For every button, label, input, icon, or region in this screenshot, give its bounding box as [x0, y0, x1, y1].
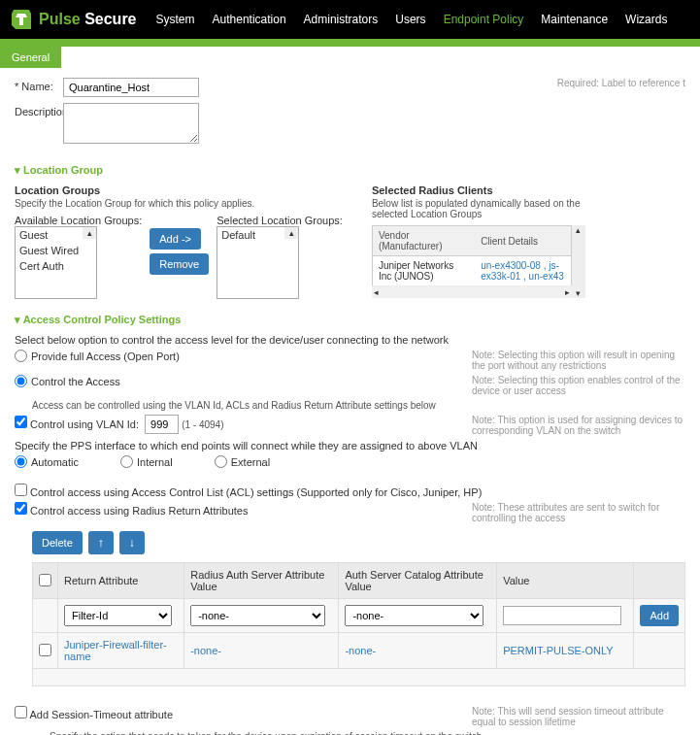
label-control-access: Control the Access — [31, 376, 120, 387]
move-down-button[interactable]: ↓ — [119, 531, 145, 554]
chk-row[interactable] — [39, 644, 51, 656]
note-vlan: Note: This option is used for assigning … — [472, 415, 685, 436]
scroll-up-icon[interactable]: ▴ — [83, 227, 96, 239]
th-client: Client Details — [475, 226, 571, 256]
select-catalog-val[interactable]: -none- — [345, 605, 483, 626]
location-groups-heading: Location Groups — [15, 184, 343, 196]
chk-select-all[interactable] — [39, 574, 51, 586]
label-iface-auto: Automatic — [31, 456, 79, 468]
section-access-control[interactable]: Access Control Policy Settings — [15, 314, 685, 326]
cell-value: PERMIT-PULSE-ONLY — [497, 633, 634, 669]
radio-iface-auto[interactable] — [15, 455, 27, 468]
add-attr-button[interactable]: Add — [640, 605, 679, 626]
scroll-down-icon[interactable]: ▾ — [572, 288, 585, 298]
label-radattr: Control access using Radius Return Attri… — [30, 505, 248, 517]
table-row — [33, 669, 685, 686]
scroll-left-icon[interactable]: ◂ — [374, 287, 379, 297]
vlan-input[interactable] — [145, 415, 179, 434]
name-input[interactable] — [63, 78, 199, 97]
logo: Pulse Secure — [10, 8, 137, 31]
note-session-timeout: Note: This will send session timeout att… — [472, 706, 685, 727]
nav-authentication[interactable]: Authentication — [213, 13, 286, 26]
available-groups-label: Available Location Groups: — [15, 215, 142, 226]
available-groups-list[interactable]: ▴ Guest Guest Wired Cert Auth — [15, 226, 97, 299]
pps-hint: Specify the PPS interface to which end p… — [15, 440, 685, 451]
radio-full-access[interactable] — [15, 350, 27, 362]
section-location-group[interactable]: Location Group — [15, 164, 685, 177]
radio-control-access[interactable] — [15, 375, 27, 387]
th-catalog-val: Auth Server Catalog Attribute Value — [339, 563, 497, 599]
radius-clients-heading: Selected Radius Clients — [372, 184, 585, 196]
select-radius-val[interactable]: -none- — [190, 605, 325, 626]
chk-vlan[interactable] — [15, 416, 27, 428]
nav-system[interactable]: System — [156, 13, 195, 26]
nav-wizards[interactable]: Wizards — [625, 13, 667, 26]
note-full-access: Note: Selecting this option will result … — [472, 350, 685, 371]
selected-groups-list[interactable]: ▴ Default — [217, 226, 299, 299]
label-full-access: Provide full Access (Open Port) — [31, 351, 180, 362]
description-input[interactable] — [63, 103, 199, 144]
radius-clients-hint: Below list is populated dynamically base… — [372, 198, 585, 219]
th-value: Value — [497, 563, 634, 599]
tab-general[interactable]: General — [0, 47, 61, 68]
scroll-right-icon[interactable]: ▸ — [565, 287, 570, 297]
cell-radius: -none- — [184, 633, 339, 669]
greenbar — [0, 39, 700, 47]
label-iface-internal: Internal — [137, 456, 173, 468]
location-groups-hint: Specify the Location Group for which thi… — [15, 198, 343, 209]
main-nav: System Authentication Administrators Use… — [156, 13, 668, 26]
description-label: Description: — [15, 103, 63, 117]
logo-secure: Secure — [84, 11, 136, 27]
radio-iface-external[interactable] — [215, 455, 227, 468]
list-item[interactable]: Guest Wired — [16, 243, 96, 258]
label-session-timeout: Add Session-Timeout attribute — [29, 709, 173, 720]
cell-catalog: -none- — [339, 633, 497, 669]
label-acl: Control access using Access Control List… — [30, 486, 482, 498]
topbar: Pulse Secure System Authentication Admin… — [0, 0, 700, 39]
chk-acl[interactable] — [15, 484, 27, 496]
selected-groups-label: Selected Location Groups: — [217, 215, 343, 226]
list-item[interactable]: Cert Auth — [16, 258, 96, 274]
delete-button[interactable]: Delete — [32, 531, 83, 554]
return-attr-table: Return Attribute Radius Auth Server Attr… — [32, 562, 685, 686]
scroll-up-icon[interactable]: ▴ — [572, 225, 585, 235]
table-row: Juniper-Firewall-filter-name -none- -non… — [33, 633, 685, 669]
th-return-attr: Return Attribute — [58, 563, 184, 599]
select-return-attr[interactable]: Filter-Id — [64, 605, 172, 626]
h-scrollbar[interactable]: ◂▸ — [372, 286, 572, 298]
scroll-up-icon[interactable]: ▴ — [284, 227, 298, 239]
note-control-access: Note: Selecting this option enables cont… — [472, 375, 685, 396]
th-radius-val: Radius Auth Server Attribute Value — [184, 563, 339, 599]
add-button[interactable]: Add -> — [150, 228, 201, 250]
table-row: Juniper Networks Inc (JUNOS) un-ex4300-0… — [372, 256, 571, 286]
nav-users[interactable]: Users — [395, 13, 425, 26]
nav-maintenance[interactable]: Maintenance — [541, 13, 608, 26]
vlan-range: (1 - 4094) — [182, 419, 223, 430]
remove-button[interactable]: Remove — [150, 253, 209, 275]
nav-administrators[interactable]: Administrators — [304, 13, 379, 26]
required-note: Required: Label to reference t — [557, 78, 685, 88]
name-label: * Name: — [15, 78, 63, 92]
logo-icon — [10, 8, 33, 31]
note-radattr: Note: These attributes are sent to switc… — [472, 502, 685, 523]
label-iface-external: External — [231, 456, 270, 468]
chk-session-timeout[interactable] — [15, 706, 27, 718]
nav-endpoint-policy[interactable]: Endpoint Policy — [444, 13, 524, 26]
control-hint: Access can be controlled using the VLAN … — [32, 400, 685, 411]
move-up-button[interactable]: ↑ — [88, 531, 114, 554]
th-vendor: Vendor (Manufacturer) — [372, 226, 475, 256]
radius-table: Vendor (Manufacturer) Client Details Jun… — [372, 225, 572, 286]
table-row: Filter-Id -none- -none- Add — [33, 599, 685, 633]
acps-intro: Select below option to control the acces… — [15, 334, 685, 346]
logo-pulse: Pulse — [39, 11, 81, 27]
tabbar: General — [0, 47, 700, 68]
cell-client-link[interactable]: un-ex4300-08 , js-ex33k-01 , un-ex43 — [475, 256, 571, 286]
cell-attr-link[interactable]: Juniper-Firewall-filter-name — [58, 633, 184, 669]
chk-radattr[interactable] — [15, 502, 27, 515]
cell-vendor: Juniper Networks Inc (JUNOS) — [372, 256, 475, 286]
label-vlan: Control using VLAN Id: — [30, 418, 139, 430]
input-value[interactable] — [503, 606, 621, 625]
session-hint: Specify the action that needs to taken f… — [50, 731, 685, 735]
radio-iface-internal[interactable] — [120, 455, 133, 468]
